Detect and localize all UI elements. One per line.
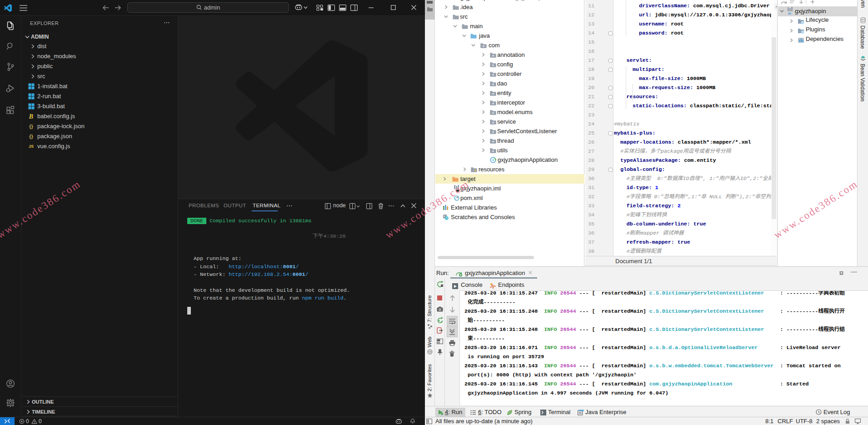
svg-text:m: m [788,11,791,15]
